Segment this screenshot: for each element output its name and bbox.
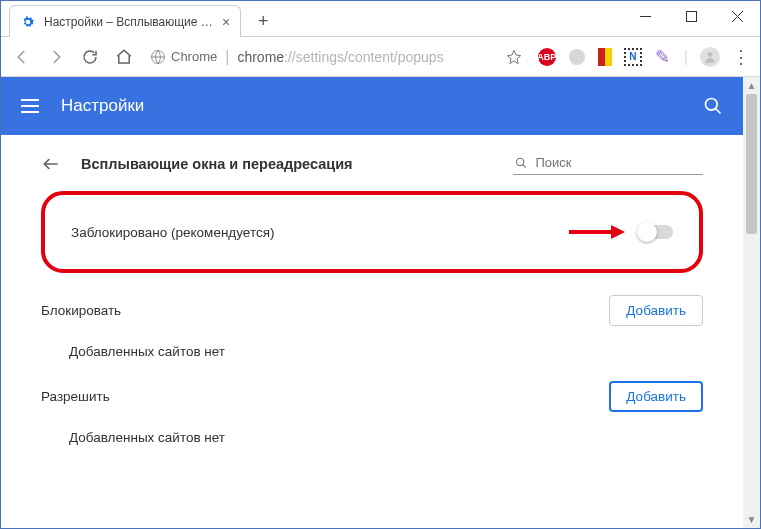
header-title: Настройки <box>61 96 144 116</box>
profile-avatar-icon[interactable] <box>700 47 720 67</box>
back-arrow-icon[interactable] <box>41 154 61 174</box>
subheader: Всплывающие окна и переадресация <box>41 153 703 175</box>
block-section-header: Блокировать Добавить <box>41 295 703 326</box>
close-window-button[interactable] <box>714 1 760 31</box>
page-content: Настройки Всплывающие окна и переадресац… <box>1 77 743 528</box>
url-text: chrome://settings/content/popups <box>237 49 443 65</box>
page-title: Всплывающие окна и переадресация <box>81 156 353 172</box>
browser-tab[interactable]: Настройки – Всплывающие окн × <box>9 5 241 37</box>
allow-add-button[interactable]: Добавить <box>609 381 703 412</box>
bookmark-star-icon[interactable] <box>506 49 522 65</box>
close-tab-icon[interactable]: × <box>222 14 230 30</box>
home-button[interactable] <box>113 46 135 68</box>
header-search-icon[interactable] <box>703 96 723 116</box>
svg-point-5 <box>569 49 585 65</box>
feather-icon[interactable]: ✎ <box>654 48 672 66</box>
block-add-button[interactable]: Добавить <box>609 295 703 326</box>
scroll-thumb[interactable] <box>746 94 757 234</box>
block-empty-text: Добавленных сайтов нет <box>69 344 703 359</box>
gear-icon <box>20 14 36 30</box>
allow-empty-text: Добавленных сайтов нет <box>69 430 703 445</box>
popups-toggle[interactable] <box>639 225 673 239</box>
settings-search[interactable] <box>513 153 703 175</box>
allow-section-title: Разрешить <box>41 389 110 404</box>
svg-rect-1 <box>686 11 696 21</box>
scroll-down-icon[interactable]: ▼ <box>743 511 760 528</box>
settings-header: Настройки <box>1 77 743 135</box>
forward-button[interactable] <box>45 46 67 68</box>
svg-line-8 <box>716 109 721 114</box>
svg-point-9 <box>517 158 524 165</box>
allow-section-header: Разрешить Добавить <box>41 381 703 412</box>
block-section-title: Блокировать <box>41 303 121 318</box>
vertical-scrollbar[interactable]: ▲ ▼ <box>743 77 760 528</box>
window-titlebar: Настройки – Всплывающие окн × + <box>1 1 760 37</box>
tab-title: Настройки – Всплывающие окн <box>44 15 214 29</box>
svg-point-7 <box>706 99 718 111</box>
dotted-n-icon[interactable]: N <box>624 48 642 66</box>
grey-circle-icon[interactable] <box>568 48 586 66</box>
settings-search-input[interactable] <box>535 155 701 170</box>
browser-toolbar: Chrome | chrome://settings/content/popup… <box>1 37 760 77</box>
main-setting-row: Заблокировано (рекомендуется) <box>41 191 703 273</box>
svg-marker-12 <box>611 225 625 239</box>
back-button[interactable] <box>11 46 33 68</box>
minimize-button[interactable] <box>622 1 668 31</box>
site-info-label: Chrome <box>171 49 217 64</box>
extensions-group: ABP N ✎ | ⋮ <box>538 47 750 67</box>
hamburger-menu-icon[interactable] <box>21 99 39 113</box>
address-bar[interactable]: Chrome | chrome://settings/content/popup… <box>147 42 526 72</box>
adblock-icon[interactable]: ABP <box>538 48 556 66</box>
svg-line-10 <box>523 164 526 167</box>
scroll-up-icon[interactable]: ▲ <box>743 77 760 94</box>
window-controls <box>622 1 760 31</box>
menu-icon[interactable]: ⋮ <box>732 48 750 66</box>
maximize-button[interactable] <box>668 1 714 31</box>
yandex-bookmark-icon[interactable] <box>598 48 612 66</box>
annotation-arrow-icon <box>567 223 625 241</box>
site-info-icon[interactable]: Chrome <box>151 49 217 64</box>
reload-button[interactable] <box>79 46 101 68</box>
new-tab-button[interactable]: + <box>249 7 277 35</box>
main-setting-label: Заблокировано (рекомендуется) <box>71 225 274 240</box>
svg-point-6 <box>708 52 713 57</box>
